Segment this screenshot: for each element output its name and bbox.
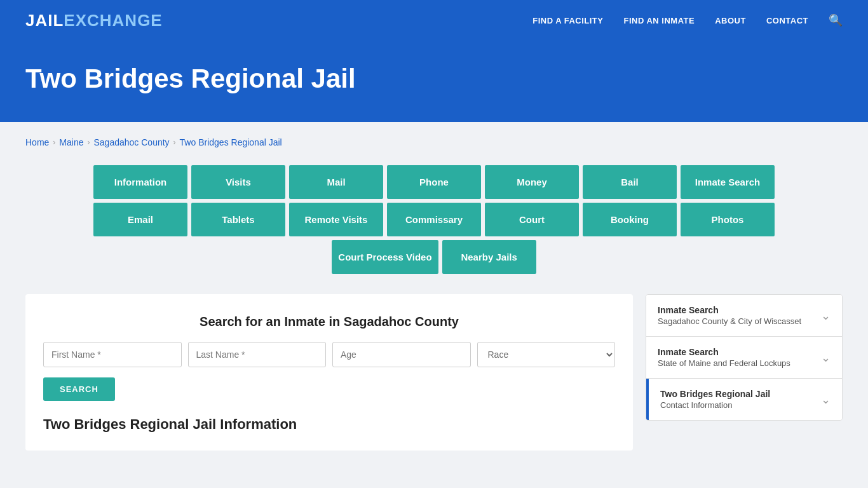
nav-find-facility[interactable]: FIND A FACILITY <box>532 16 603 25</box>
search-button[interactable]: SEARCH <box>43 377 115 401</box>
page-title: Two Bridges Regional Jail <box>25 64 843 94</box>
bottom-heading: Two Bridges Regional Jail Information <box>43 416 615 433</box>
header: JAILEXCHANGE FIND A FACILITY FIND AN INM… <box>0 0 868 41</box>
chevron-down-icon-2: ⌄ <box>821 351 831 365</box>
sidebar-item-1-text: Inmate Search Sagadahoc County & City of… <box>658 305 801 326</box>
nav-contact[interactable]: CONTACT <box>766 16 808 25</box>
btn-inmate-search[interactable]: Inmate Search <box>681 165 775 199</box>
breadcrumb: Home › Maine › Sagadahoc County › Two Br… <box>25 137 843 147</box>
race-select[interactable]: Race White Black Hispanic Asian Other <box>477 342 616 367</box>
sidebar-item-3[interactable]: Two Bridges Regional Jail Contact Inform… <box>646 379 842 420</box>
btn-court-process-video[interactable]: Court Process Video <box>332 240 438 274</box>
nav-find-inmate[interactable]: FIND AN INMATE <box>623 16 695 25</box>
breadcrumb-current: Two Bridges Regional Jail <box>180 137 282 147</box>
btn-information[interactable]: Information <box>93 165 187 199</box>
main-content: Home › Maine › Sagadahoc County › Two Br… <box>0 122 868 476</box>
last-name-input[interactable] <box>188 342 327 367</box>
nav-about[interactable]: ABOUT <box>715 16 746 25</box>
sidebar-item-1-subtitle: Sagadahoc County & City of Wiscasset <box>658 316 801 326</box>
search-title: Search for an Inmate in Sagadahoc County <box>43 315 615 329</box>
chevron-down-icon-1: ⌄ <box>821 309 831 323</box>
breadcrumb-maine[interactable]: Maine <box>59 137 83 147</box>
search-icon[interactable]: 🔍 <box>829 13 843 27</box>
btn-remote-visits[interactable]: Remote Visits <box>289 203 383 236</box>
sidebar-item-3-title: Two Bridges Regional Jail <box>660 389 770 399</box>
chevron-down-icon-3: ⌄ <box>821 393 831 407</box>
age-input[interactable] <box>332 342 471 367</box>
btn-money[interactable]: Money <box>485 165 579 199</box>
btn-tablets[interactable]: Tablets <box>191 203 285 236</box>
sidebar-item-2-text: Inmate Search State of Maine and Federal… <box>658 347 790 368</box>
breadcrumb-home[interactable]: Home <box>25 137 49 147</box>
nav-row-1: Information Visits Mail Phone Money Bail… <box>93 165 775 199</box>
logo-exchange: EXCHANGE <box>64 11 162 30</box>
sidebar-item-1-title: Inmate Search <box>658 305 801 315</box>
sidebar-item-2-subtitle: State of Maine and Federal Lockups <box>658 358 790 368</box>
sidebar: Inmate Search Sagadahoc County & City of… <box>646 294 843 421</box>
nav-row-2: Email Tablets Remote Visits Commissary C… <box>93 203 775 236</box>
sidebar-item-3-subtitle: Contact Information <box>660 400 770 410</box>
search-fields: Race White Black Hispanic Asian Other <box>43 342 615 367</box>
btn-phone[interactable]: Phone <box>387 165 481 199</box>
logo-jail: JAIL <box>25 11 64 30</box>
btn-email[interactable]: Email <box>93 203 187 236</box>
btn-nearby-jails[interactable]: Nearby Jails <box>442 240 536 274</box>
sidebar-item-2-title: Inmate Search <box>658 347 790 357</box>
sidebar-item-1[interactable]: Inmate Search Sagadahoc County & City of… <box>646 295 842 337</box>
breadcrumb-county[interactable]: Sagadahoc County <box>94 137 170 147</box>
btn-photos[interactable]: Photos <box>681 203 775 236</box>
breadcrumb-sep-1: › <box>53 138 55 147</box>
first-name-input[interactable] <box>43 342 182 367</box>
btn-court[interactable]: Court <box>485 203 579 236</box>
btn-bail[interactable]: Bail <box>583 165 677 199</box>
nav-buttons-grid: Information Visits Mail Phone Money Bail… <box>25 165 843 274</box>
btn-booking[interactable]: Booking <box>583 203 677 236</box>
btn-mail[interactable]: Mail <box>289 165 383 199</box>
hero-banner: Two Bridges Regional Jail <box>0 41 868 122</box>
search-panel: Search for an Inmate in Sagadahoc County… <box>25 294 633 451</box>
sidebar-item-2[interactable]: Inmate Search State of Maine and Federal… <box>646 337 842 379</box>
btn-commissary[interactable]: Commissary <box>387 203 481 236</box>
btn-visits[interactable]: Visits <box>191 165 285 199</box>
nav-row-3: Court Process Video Nearby Jails <box>332 240 536 274</box>
logo[interactable]: JAILEXCHANGE <box>25 11 163 30</box>
sidebar-item-3-text: Two Bridges Regional Jail Contact Inform… <box>660 389 770 410</box>
content-row: Search for an Inmate in Sagadahoc County… <box>25 294 843 451</box>
breadcrumb-sep-3: › <box>173 138 176 147</box>
breadcrumb-sep-2: › <box>88 138 90 147</box>
main-nav: FIND A FACILITY FIND AN INMATE ABOUT CON… <box>532 13 843 27</box>
